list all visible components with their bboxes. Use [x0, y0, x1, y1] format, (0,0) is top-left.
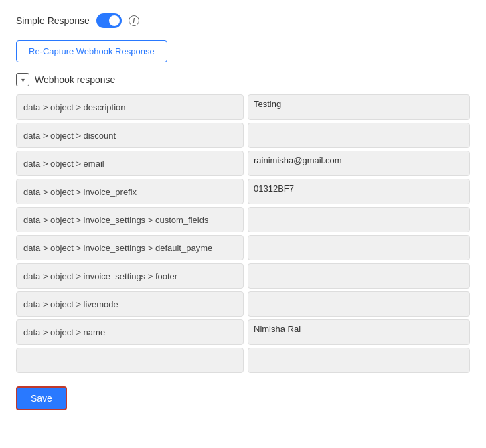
simple-response-toggle[interactable] — [96, 13, 122, 28]
toggle-thumb — [109, 15, 120, 26]
table-row: data > object > discount — [16, 123, 470, 148]
field-value-9[interactable] — [248, 348, 470, 373]
field-key-6: data > object > invoice_settings > foote… — [16, 263, 244, 289]
top-bar: Simple Response i — [16, 13, 470, 28]
table-row: data > object > livemode — [16, 291, 470, 317]
field-value-8[interactable] — [248, 319, 470, 345]
field-key-3: data > object > invoice_prefix — [16, 179, 244, 204]
save-button[interactable]: Save — [16, 386, 67, 410]
field-value-5[interactable] — [248, 235, 470, 260]
field-value-3[interactable] — [248, 179, 470, 204]
recapture-webhook-button[interactable]: Re-Capture Webhook Response — [16, 40, 167, 62]
table-row: data > object > invoice_settings > defau… — [16, 235, 470, 260]
webhook-section: ▾ Webhook response data > object > descr… — [16, 73, 470, 374]
webhook-header: ▾ Webhook response — [16, 73, 470, 86]
fields-container: data > object > descriptiondata > object… — [16, 94, 470, 374]
bottom-bar: Save — [16, 386, 470, 410]
field-key-1: data > object > discount — [16, 123, 244, 148]
field-value-1[interactable] — [248, 123, 470, 148]
field-value-4[interactable] — [248, 207, 470, 232]
table-row: data > object > invoice_settings > custo… — [16, 207, 470, 232]
table-row: data > object > email — [16, 151, 470, 176]
simple-response-label: Simple Response — [16, 15, 90, 26]
field-key-9 — [16, 348, 244, 373]
field-value-6[interactable] — [248, 263, 470, 289]
info-icon[interactable]: i — [129, 15, 139, 26]
table-row: data > object > invoice_settings > foote… — [16, 263, 470, 289]
field-key-0: data > object > description — [16, 94, 244, 120]
field-value-7[interactable] — [248, 291, 470, 317]
table-row: data > object > name — [16, 319, 470, 345]
field-key-2: data > object > email — [16, 151, 244, 176]
field-value-0[interactable] — [248, 94, 470, 120]
field-key-5: data > object > invoice_settings > defau… — [16, 235, 244, 260]
field-value-2[interactable] — [248, 151, 470, 176]
field-key-7: data > object > livemode — [16, 291, 244, 317]
webhook-section-label: Webhook response — [35, 74, 115, 85]
field-key-4: data > object > invoice_settings > custo… — [16, 207, 244, 232]
table-row — [16, 348, 470, 373]
toggle-track — [96, 13, 122, 28]
table-row: data > object > invoice_prefix — [16, 179, 470, 204]
table-row: data > object > description — [16, 94, 470, 120]
webhook-collapse-toggle[interactable]: ▾ — [16, 73, 29, 86]
field-key-8: data > object > name — [16, 319, 244, 345]
